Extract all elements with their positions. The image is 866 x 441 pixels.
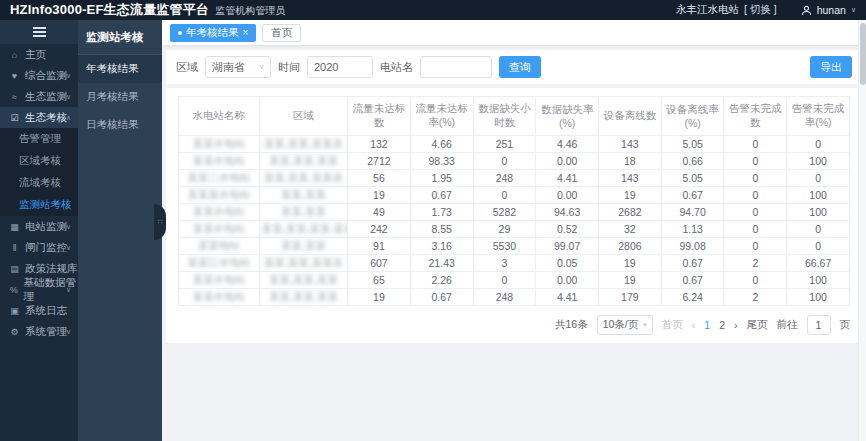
redacted-text: 某某,某某,某某	[269, 290, 338, 302]
chevron-down-icon: ∨	[66, 223, 71, 231]
sidebar-item-系统管理[interactable]: ⚙系统管理∨	[0, 321, 78, 342]
value-cell: 0.00	[536, 187, 599, 204]
sidebar-collapse-button[interactable]	[0, 20, 78, 44]
switch-station-link[interactable]: [ 切换 ]	[744, 3, 777, 17]
role-label: 监管机构管理员	[215, 4, 285, 18]
region-cell: 某某,某某,某某县	[259, 255, 348, 272]
goto-label: 前往	[777, 318, 798, 332]
close-icon[interactable]: ×	[243, 28, 249, 38]
value-cell: 0	[787, 136, 850, 153]
subpanel-item-年考核结果[interactable]: 年考核结果	[78, 55, 162, 83]
value-cell: 94.63	[536, 204, 599, 221]
value-cell: 99.07	[536, 238, 599, 255]
page-number-2[interactable]: 2	[719, 319, 725, 331]
secondary-sidebar: 监测站考核 年考核结果月考核结果日考核结果	[78, 20, 162, 441]
username-label[interactable]: hunan	[817, 4, 846, 16]
value-cell: 4.46	[536, 136, 599, 153]
sidebar-item-label: 生态监测	[25, 90, 67, 104]
page-number-1[interactable]: 1	[704, 319, 710, 331]
region-select[interactable]: 湖南省 ∨	[205, 56, 271, 78]
value-cell: 2712	[348, 153, 411, 170]
region-select-value: 湖南省	[212, 60, 245, 75]
value-cell: 19	[599, 255, 662, 272]
sidebar-item-label: 系统日志	[25, 304, 67, 318]
value-cell: 3	[473, 255, 536, 272]
value-cell: 56	[348, 170, 411, 187]
value-cell: 91	[348, 238, 411, 255]
value-cell: 19	[348, 187, 411, 204]
export-button[interactable]: 导出	[810, 56, 852, 78]
value-cell: 100	[787, 187, 850, 204]
sidebar-item-电站监测[interactable]: ▦电站监测∨	[0, 216, 78, 237]
primary-sidebar: ⌂主页♥综合监测∨≈生态监测∨☑生态考核∧告警管理区域考核流域考核监测站考核▦电…	[0, 20, 78, 441]
sidebar-item-系统日志[interactable]: ▣系统日志	[0, 300, 78, 321]
comprehensive-monitor-icon: ♥	[9, 71, 20, 81]
sidebar-item-闸门监控[interactable]: ‖闸门监控∨	[0, 237, 78, 258]
vertical-scrollbar[interactable]	[858, 20, 866, 441]
subpanel-title: 监测站考核	[78, 20, 162, 55]
next-page-icon[interactable]: ›	[734, 319, 738, 331]
column-header: 流量未达标数	[348, 97, 411, 136]
sidebar-item-综合监测[interactable]: ♥综合监测∨	[0, 65, 78, 86]
station-name-input[interactable]	[427, 61, 485, 73]
value-cell: 0	[724, 170, 787, 187]
table-row: 某某二水电站某某,某某,某某县561.952484.411435.0500	[179, 170, 850, 187]
redacted-text: 某某,某某	[281, 239, 326, 251]
value-cell: 4.41	[536, 289, 599, 306]
value-cell: 99.08	[661, 238, 724, 255]
sidebar-item-基础数据管理[interactable]: %基础数据管理∨	[0, 279, 78, 300]
tab-label: 年考核结果	[186, 26, 239, 40]
value-cell: 0	[473, 153, 536, 170]
redacted-text: 某某,某某	[281, 205, 326, 217]
redacted-text: 某某水电站	[193, 137, 246, 149]
sidebar-subitem-区域考核[interactable]: 区域考核	[0, 150, 78, 172]
tab-首页[interactable]: 首页	[262, 24, 301, 42]
subpanel-item-日考核结果[interactable]: 日考核结果	[78, 111, 162, 139]
column-header: 流量未达标率(%)	[410, 97, 473, 136]
tab-年考核结果[interactable]: 年考核结果×	[170, 24, 256, 42]
sidebar-item-label: 闸门监控	[25, 241, 67, 255]
hamburger-menu-icon	[33, 27, 46, 29]
chevron-down-icon: ▾	[643, 321, 647, 329]
column-header: 数据缺失小时数	[473, 97, 536, 136]
value-cell: 94.70	[661, 204, 724, 221]
first-page-button[interactable]: 首页	[662, 318, 683, 332]
policy-library-icon: ▤	[9, 264, 20, 274]
goto-page-input[interactable]	[807, 315, 831, 335]
value-cell: 2806	[599, 238, 662, 255]
last-page-button[interactable]: 尾页	[747, 318, 768, 332]
sidebar-item-label: 电站监测	[25, 220, 67, 234]
hamburger-menu-icon	[33, 31, 46, 33]
value-cell: 0.67	[410, 187, 473, 204]
sidebar-item-label: 系统管理	[25, 325, 67, 339]
chevron-down-icon: ∨	[66, 72, 71, 80]
sidebar-item-主页[interactable]: ⌂主页	[0, 44, 78, 65]
redacted-text: 某某二水电站	[187, 171, 250, 183]
sidebar-subitem-流域考核[interactable]: 流域考核	[0, 172, 78, 194]
value-cell: 0.67	[410, 289, 473, 306]
sidebar-subitem-监测站考核[interactable]: 监测站考核	[0, 194, 78, 216]
value-cell: 5.05	[661, 170, 724, 187]
value-cell: 1.73	[410, 204, 473, 221]
sidebar-item-生态考核[interactable]: ☑生态考核∧	[0, 107, 78, 128]
value-cell: 0.05	[536, 255, 599, 272]
scrollbar-thumb[interactable]	[860, 23, 866, 85]
sidebar-item-生态监测[interactable]: ≈生态监测∨	[0, 86, 78, 107]
sidebar-subitem-告警管理[interactable]: 告警管理	[0, 128, 78, 150]
value-cell: 0.00	[536, 153, 599, 170]
time-input[interactable]	[314, 61, 366, 73]
subpanel-item-月考核结果[interactable]: 月考核结果	[78, 83, 162, 111]
page-size-select[interactable]: 10条/页 ▾	[597, 315, 653, 335]
redacted-text: 某某水电站	[193, 154, 246, 166]
time-filter-label: 时间	[278, 60, 300, 75]
value-cell: 132	[348, 136, 411, 153]
sidebar-item-label: 生态考核	[25, 111, 67, 125]
search-button[interactable]: 查询	[499, 56, 541, 78]
tab-label: 首页	[271, 26, 292, 40]
value-cell: 100	[787, 272, 850, 289]
chevron-down-icon: ∨	[66, 93, 71, 101]
station-name-cell: 某某水电站	[179, 272, 260, 289]
station-input-wrap	[420, 56, 492, 78]
prev-page-icon[interactable]: ‹	[692, 319, 696, 331]
chevron-down-icon[interactable]: ∨	[851, 6, 856, 14]
